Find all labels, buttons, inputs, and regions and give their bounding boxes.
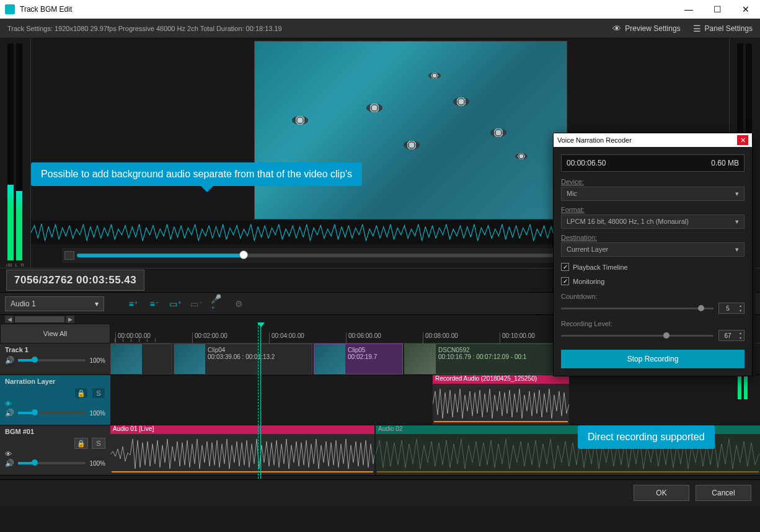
chevron-down-icon: ▾	[95, 299, 99, 308]
volume-icon[interactable]: 🔊	[5, 459, 14, 468]
solo-button[interactable]: S	[92, 388, 105, 399]
ruler-tick: 00:10:00.00	[500, 332, 535, 344]
add-folder-icon[interactable]: ▭⁺	[169, 297, 182, 311]
track-row-narration: Narration Layer 🔒 S 👁 🔊 100%	[0, 375, 760, 425]
recorder-title-text: Voice Narration Recoder	[557, 136, 632, 144]
playhead[interactable]	[260, 324, 261, 479]
ruler-tick: 00:04:00.00	[269, 332, 304, 344]
destination-select[interactable]: Current Layer ▾	[561, 242, 745, 257]
minimize-button[interactable]: —	[674, 0, 703, 19]
track-settings-text: Track Settings: 1920x1080 29.97fps Progr…	[7, 25, 282, 32]
rec-level-label: Recording Level:	[561, 320, 745, 327]
eye-icon[interactable]: 👁	[5, 450, 12, 458]
recorder-time-display: 00:00:06.50 0.60 MB	[561, 154, 745, 172]
device-select[interactable]: Mic ▾	[561, 187, 745, 201]
chevron-down-icon: ▾	[735, 190, 739, 198]
scrub-zoom-out[interactable]	[64, 251, 74, 260]
eye-icon: 👁	[612, 24, 621, 33]
scrub-thumb[interactable]	[239, 250, 248, 259]
video-preview	[254, 41, 567, 219]
destination-label: Destination:	[561, 234, 745, 241]
solo-button[interactable]: S	[92, 438, 105, 449]
video-clip[interactable]: Clip05 00:02:19.7	[314, 344, 403, 375]
volume-icon[interactable]: 🔊	[5, 409, 14, 417]
video-clip[interactable]: Clip04 00:03:39.06 : 00:01:13.2	[174, 344, 312, 375]
eye-icon[interactable]: 👁	[5, 400, 12, 407]
format-select[interactable]: LPCM 16 bit, 48000 Hz, 1 ch (Monaural) ▾	[561, 215, 745, 229]
device-label: Device:	[561, 178, 745, 185]
ruler-tick: 00:02:00.00	[192, 332, 228, 344]
scroll-right-icon[interactable]: ▶	[66, 316, 74, 323]
voice-recorder-panel: Voice Narration Recoder ✕ 00:00:06.50 0.…	[553, 133, 753, 376]
chevron-down-icon: ▾	[735, 246, 739, 254]
audio-clip[interactable]: Recorded Audio (20180425_125250)	[433, 384, 569, 425]
track-body-narration[interactable]: Recorded Audio (20180425_125250)	[110, 375, 760, 425]
track-name: Track 1	[5, 346, 105, 353]
sliders-icon: ☰	[693, 24, 701, 33]
audio-clip[interactable]: Audio 01 [Live]	[110, 434, 374, 475]
chevron-down-icon: ▾	[735, 218, 739, 226]
meter-r-label: R	[20, 262, 24, 268]
volume-percent: 100%	[89, 410, 105, 417]
meter-l-label: L	[15, 262, 17, 268]
playback-timeline-checkbox[interactable]: ✓Playback Timeline	[561, 263, 745, 271]
recorder-close-button[interactable]: ✕	[737, 135, 748, 145]
window-title: Track BGM Edit	[20, 5, 72, 14]
ruler-tick: 00:06:00.00	[346, 332, 381, 344]
countdown-label: Countdown:	[561, 293, 745, 300]
recorder-titlebar: Voice Narration Recoder ✕	[554, 133, 752, 147]
callout-bg-audio: Possible to add background audio separat…	[31, 162, 362, 186]
view-all-button[interactable]: View All	[0, 324, 110, 344]
countdown-spinner[interactable]: 5 ▴▾	[718, 303, 745, 314]
volume-percent: 100%	[89, 460, 105, 467]
scroll-left-icon[interactable]: ◀	[5, 316, 14, 323]
lock-icon[interactable]: 🔒	[74, 388, 88, 399]
window-titlebar: Track BGM Edit — ☐ ✕	[0, 0, 760, 19]
mic-add-icon[interactable]: 🎤⁺	[211, 297, 224, 311]
stop-recording-button[interactable]: Stop Recording	[561, 350, 745, 368]
volume-slider[interactable]	[18, 462, 86, 464]
left-audio-meters: dB L R	[0, 38, 31, 268]
timecode-display: 7056/32762 00:03:55.43	[6, 270, 144, 291]
track-header-narration: Narration Layer 🔒 S 👁 🔊 100%	[0, 375, 110, 425]
add-layer-icon[interactable]: ≡⁺	[126, 297, 140, 311]
volume-slider[interactable]	[18, 359, 86, 361]
track-header-bgm: BGM #01 🔒 S 👁 🔊 100%	[0, 425, 110, 475]
remove-folder-icon[interactable]: ▭⁻	[190, 297, 203, 311]
callout-direct-recording: Direct recording supported	[578, 425, 715, 449]
track-name: Narration Layer	[5, 378, 105, 385]
preview-settings-link[interactable]: 👁 Preview Settings	[612, 24, 680, 33]
volume-slider[interactable]	[18, 412, 86, 414]
layer-select[interactable]: Audio 1 ▾	[5, 296, 104, 311]
volume-icon[interactable]: 🔊	[5, 356, 14, 365]
cancel-button[interactable]: Cancel	[696, 485, 751, 501]
countdown-slider[interactable]	[561, 308, 714, 309]
track-name: BGM #01	[5, 428, 105, 435]
meter-db-label: dB	[6, 262, 12, 268]
ruler-tick: 00:08:00.00	[423, 332, 458, 344]
monitoring-checkbox[interactable]: ✓Monitoring	[561, 277, 745, 285]
dialog-button-bar: OK Cancel	[0, 479, 760, 505]
format-label: Format:	[561, 206, 745, 213]
remove-layer-icon[interactable]: ≡⁻	[148, 297, 161, 311]
track-header-video: Track 1 🔊 100%	[0, 344, 110, 375]
top-info-bar: Track Settings: 1920x1080 29.97fps Progr…	[0, 19, 760, 38]
video-clip[interactable]	[110, 344, 172, 375]
lock-icon[interactable]: 🔒	[74, 438, 88, 449]
gear-icon[interactable]: ⚙	[232, 297, 245, 311]
ruler-markers: ↓↓↓↓↓↓	[113, 336, 157, 343]
rec-level-slider[interactable]	[561, 335, 714, 337]
volume-percent: 100%	[89, 357, 105, 364]
rec-level-spinner[interactable]: 67 ▴▾	[718, 330, 745, 341]
panel-settings-link[interactable]: ☰ Panel Settings	[693, 24, 753, 33]
app-icon	[5, 4, 15, 14]
scroll-thumb[interactable]	[15, 316, 64, 322]
close-button[interactable]: ✕	[731, 0, 760, 19]
maximize-button[interactable]: ☐	[703, 0, 731, 19]
ok-button[interactable]: OK	[634, 485, 689, 501]
